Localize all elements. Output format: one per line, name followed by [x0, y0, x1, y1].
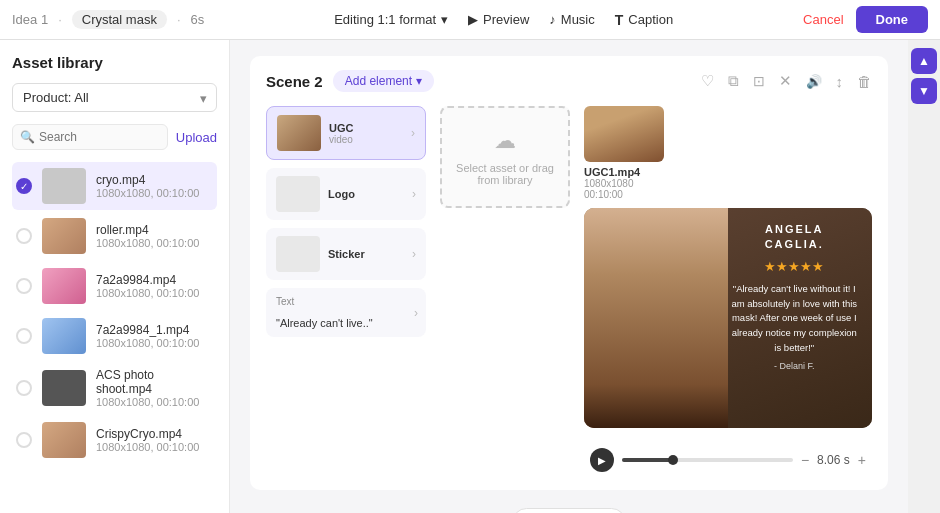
- caption-btn[interactable]: T Caption: [615, 12, 673, 28]
- layer-ugc-video[interactable]: UGC video ›: [266, 106, 426, 160]
- asset-info: cryo.mp41080x1080, 00:10:00: [96, 173, 199, 199]
- layer-ugc-info: UGC video: [329, 122, 403, 145]
- layer-text[interactable]: Text "Already can't live.." ›: [266, 288, 426, 337]
- trash-icon[interactable]: 🗑: [857, 73, 872, 90]
- upload-button[interactable]: Upload: [176, 130, 217, 145]
- asset-name: roller.mp4: [96, 223, 199, 237]
- scene-2-preview-area: UGC1.mp4 1080x1080 00:10:00: [584, 106, 872, 476]
- scroll-up-button[interactable]: ▲: [911, 48, 937, 74]
- progress-bar[interactable]: [622, 458, 793, 462]
- heart-icon[interactable]: ♡: [701, 72, 714, 90]
- scene-preview: ANGELACAGLIA. ★★★★★ "Already can't live …: [584, 208, 872, 428]
- progress-thumb: [668, 455, 678, 465]
- asset-name: 7a2a9984.mp4: [96, 273, 199, 287]
- layer-ugc-name: UGC: [329, 122, 403, 134]
- sidebar: Asset library Product: All 🔍 Upload cryo…: [0, 40, 230, 513]
- time-display: 8.06 s: [817, 453, 850, 467]
- asset-radio: [16, 178, 32, 194]
- crystal-mask-tag[interactable]: Crystal mask: [72, 10, 167, 29]
- asset-info: roller.mp41080x1080, 00:10:00: [96, 223, 199, 249]
- preview-btn[interactable]: ▶ Preview: [468, 12, 529, 27]
- add-scene-row: + Add scene: [250, 502, 888, 513]
- asset-name: ACS photo shoot.mp4: [96, 368, 213, 396]
- asset-meta: 1080x1080, 00:10:00: [96, 337, 199, 349]
- content-area: Scene 2 Add element ▾ ♡ ⧉ ⊡ ✕ 🔊 ↕ 🗑: [230, 40, 908, 513]
- asset-item[interactable]: CrispyCryo.mp41080x1080, 00:10:00: [12, 416, 217, 464]
- crop-icon[interactable]: ⊡: [753, 73, 765, 89]
- asset-item[interactable]: 7a2a9984_1.mp41080x1080, 00:10:00: [12, 312, 217, 360]
- asset-info: 7a2a9984.mp41080x1080, 00:10:00: [96, 273, 199, 299]
- layer-ugc-sub: video: [329, 134, 403, 145]
- preview-stars: ★★★★★: [728, 259, 860, 274]
- idea-label: Idea 1: [12, 12, 48, 27]
- asset-item[interactable]: ACS photo shoot.mp41080x1080, 00:10:00: [12, 362, 217, 414]
- scene-2-upload-zone[interactable]: ☁ Select asset or drag from library: [440, 106, 570, 208]
- chevron-down-icon: ▾: [416, 74, 422, 88]
- person-image: [584, 208, 728, 428]
- scene-2-add-element-btn[interactable]: Add element ▾: [333, 70, 434, 92]
- volume-minus-button[interactable]: −: [801, 452, 809, 468]
- chevron-right-icon: ›: [414, 306, 418, 320]
- audio-icon[interactable]: 🔊: [806, 74, 822, 89]
- sidebar-title: Asset library: [12, 54, 217, 71]
- asset-name: cryo.mp4: [96, 173, 199, 187]
- asset-meta: 1080x1080, 00:10:00: [96, 187, 199, 199]
- asset-radio: [16, 228, 32, 244]
- layer-sticker-thumb: [276, 236, 320, 272]
- editing-format-btn[interactable]: Editing 1:1 format ▾: [334, 12, 448, 27]
- asset-meta: 1080x1080, 00:10:00: [96, 396, 213, 408]
- layer-sticker-info: Sticker: [328, 248, 404, 260]
- asset-item[interactable]: roller.mp41080x1080, 00:10:00: [12, 212, 217, 260]
- layer-logo-name: Logo: [328, 188, 404, 200]
- copy-icon[interactable]: ⧉: [728, 72, 739, 90]
- add-scene-button[interactable]: + Add scene: [512, 508, 626, 513]
- play-icon: ▶: [468, 12, 478, 27]
- asset-info: ACS photo shoot.mp41080x1080, 00:10:00: [96, 368, 213, 408]
- asset-meta: 1080x1080, 00:10:00: [96, 287, 199, 299]
- asset-thumb: [42, 422, 86, 458]
- play-button[interactable]: ▶: [590, 448, 614, 472]
- layer-logo[interactable]: Logo ›: [266, 168, 426, 220]
- caption-icon: T: [615, 12, 624, 28]
- asset-info: 7a2a9984_1.mp41080x1080, 00:10:00: [96, 323, 199, 349]
- scene-2-icons: ♡ ⧉ ⊡ ✕ 🔊 ↕ 🗑: [701, 72, 873, 90]
- preview-name: ANGELACAGLIA.: [728, 222, 860, 253]
- person-area: [584, 208, 728, 428]
- upload-cloud-icon: ☁: [494, 128, 516, 154]
- volume-plus-button[interactable]: +: [858, 452, 866, 468]
- ugc1-thumb: [584, 106, 664, 162]
- done-button[interactable]: Done: [856, 6, 929, 33]
- asset-radio: [16, 278, 32, 294]
- asset-thumb: [42, 218, 86, 254]
- topbar-center: Editing 1:1 format ▾ ▶ Preview ♪ Music T…: [334, 12, 673, 28]
- asset-item[interactable]: 7a2a9984.mp41080x1080, 00:10:00: [12, 262, 217, 310]
- chevron-right-icon: ›: [412, 187, 416, 201]
- search-icon: 🔍: [20, 130, 35, 144]
- product-select[interactable]: Product: All: [12, 83, 217, 112]
- asset-thumb: [42, 318, 86, 354]
- sort-icon[interactable]: ↕: [836, 73, 844, 90]
- cross-icon[interactable]: ✕: [779, 72, 792, 90]
- cancel-button[interactable]: Cancel: [803, 12, 843, 27]
- ugc1-meta1: 1080x1080: [584, 178, 664, 189]
- ugc1-name: UGC1.mp4: [584, 166, 664, 178]
- product-select-wrap[interactable]: Product: All: [12, 83, 217, 112]
- search-input[interactable]: [12, 124, 168, 150]
- layer-ugc-thumb: [277, 115, 321, 151]
- asset-radio: [16, 380, 32, 396]
- scene-2-layers: UGC video › Logo ›: [266, 106, 426, 337]
- asset-name: 7a2a9984_1.mp4: [96, 323, 199, 337]
- music-btn[interactable]: ♪ Music: [549, 12, 594, 27]
- chevron-right-icon: ›: [411, 126, 415, 140]
- chevron-down-icon: ▾: [441, 12, 448, 27]
- layer-logo-info: Logo: [328, 188, 404, 200]
- asset-thumb: [42, 168, 86, 204]
- scroll-down-button[interactable]: ▼: [911, 78, 937, 104]
- scene-2-title: Scene 2: [266, 73, 323, 90]
- layer-sticker[interactable]: Sticker ›: [266, 228, 426, 280]
- asset-item[interactable]: cryo.mp41080x1080, 00:10:00: [12, 162, 217, 210]
- asset-list: cryo.mp41080x1080, 00:10:00roller.mp4108…: [12, 162, 217, 499]
- duration-label: 6s: [191, 12, 205, 27]
- topbar-actions: Cancel Done: [803, 6, 928, 33]
- dot2: ·: [177, 12, 181, 27]
